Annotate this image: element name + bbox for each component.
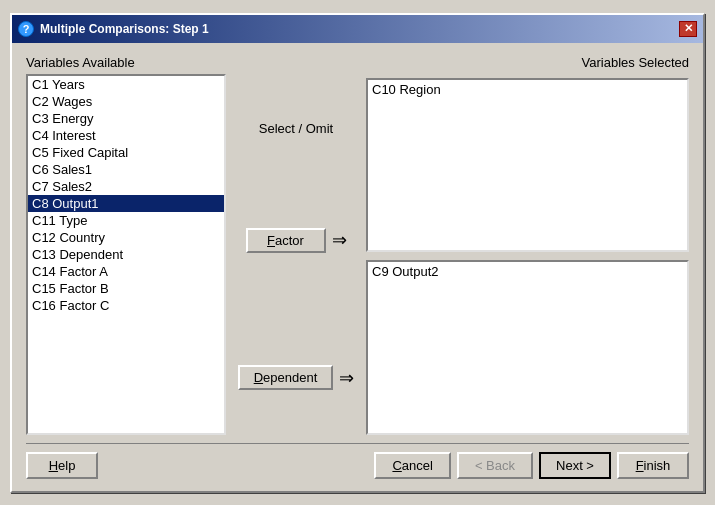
dependent-selected-box[interactable]: C9 Output2 [366, 260, 689, 435]
factor-button[interactable]: Factor [246, 228, 326, 253]
list-item[interactable]: C13 Dependent [28, 246, 224, 263]
selected-section: Variables Selected C10 Region C9 Output2 [366, 55, 689, 435]
variables-listbox[interactable]: C1 YearsC2 WagesC3 EnergyC4 InterestC5 F… [26, 74, 226, 435]
finish-button[interactable]: Finish [617, 452, 689, 479]
help-button[interactable]: Help [26, 452, 98, 479]
factor-selected-container: C10 Region [366, 78, 689, 253]
selected-box-group: C10 Region C9 Output2 [366, 78, 689, 435]
dependent-arrow-icon: ⇒ [339, 367, 354, 389]
dependent-selected-container: C9 Output2 [366, 260, 689, 435]
factor-button-row: Factor ⇒ [246, 228, 347, 253]
select-omit-label: Select / Omit [259, 121, 333, 136]
list-item[interactable]: C8 Output1 [28, 195, 224, 212]
list-item[interactable]: C3 Energy [28, 110, 224, 127]
list-item[interactable]: C5 Fixed Capital [28, 144, 224, 161]
list-item[interactable]: C4 Interest [28, 127, 224, 144]
back-button[interactable]: < Back [457, 452, 533, 479]
middle-section: Select / Omit Factor ⇒ Dependent ⇒ [236, 55, 356, 435]
nav-button-group: Cancel < Back Next > Finish [374, 452, 689, 479]
list-item[interactable]: C11 Type [28, 212, 224, 229]
list-item[interactable]: C1 Years [28, 76, 224, 93]
variables-section: Variables Available C1 YearsC2 WagesC3 E… [26, 55, 226, 435]
back-label: < Back [475, 458, 515, 473]
factor-arrow-icon: ⇒ [332, 229, 347, 251]
cancel-button[interactable]: Cancel [374, 452, 450, 479]
variables-available-label: Variables Available [26, 55, 226, 70]
title-icon: ? [18, 21, 34, 37]
close-button[interactable]: ✕ [679, 21, 697, 37]
list-item[interactable]: C15 Factor B [28, 280, 224, 297]
cancel-label: ancel [402, 458, 433, 473]
list-item[interactable]: C12 Country [28, 229, 224, 246]
variables-selected-label: Variables Selected [366, 55, 689, 70]
list-item[interactable]: C6 Sales1 [28, 161, 224, 178]
dependent-button[interactable]: Dependent [238, 365, 334, 390]
title-bar: ? Multiple Comparisons: Step 1 ✕ [12, 15, 703, 43]
list-item[interactable]: C14 Factor A [28, 263, 224, 280]
main-area: Variables Available C1 YearsC2 WagesC3 E… [26, 55, 689, 435]
dependent-button-row: Dependent ⇒ [238, 365, 355, 390]
next-label: Next > [556, 458, 594, 473]
bottom-buttons: Help Cancel < Back Next > Finish [26, 443, 689, 479]
next-button[interactable]: Next > [539, 452, 611, 479]
window-title: Multiple Comparisons: Step 1 [40, 22, 209, 36]
factor-selected-box[interactable]: C10 Region [366, 78, 689, 253]
list-item[interactable]: C7 Sales2 [28, 178, 224, 195]
window-content: Variables Available C1 YearsC2 WagesC3 E… [12, 43, 703, 491]
list-item[interactable]: C2 Wages [28, 93, 224, 110]
factor-selected-value: C10 Region [372, 82, 441, 97]
dependent-selected-value: C9 Output2 [372, 264, 439, 279]
main-window: ? Multiple Comparisons: Step 1 ✕ Variabl… [10, 13, 705, 493]
list-item[interactable]: C16 Factor C [28, 297, 224, 314]
